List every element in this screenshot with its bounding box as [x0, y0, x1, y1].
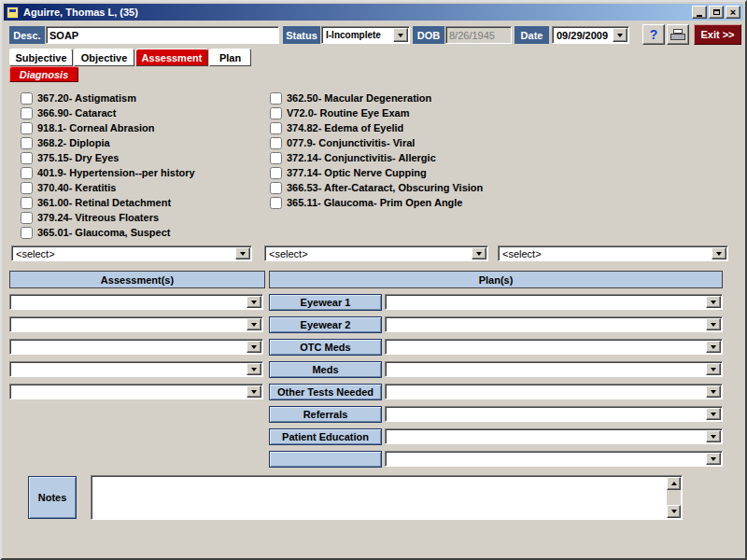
- chevron-down-icon[interactable]: [393, 28, 408, 42]
- notes-scrollbar[interactable]: [667, 477, 681, 518]
- plan-button-otc-meds[interactable]: OTC Meds: [269, 339, 382, 356]
- plan-dropdown-eyewear-2[interactable]: [385, 316, 723, 332]
- plan-button-other-tests[interactable]: Other Tests Needed: [269, 384, 382, 400]
- plan-button-blank[interactable]: [269, 451, 382, 468]
- close-button[interactable]: ×: [726, 6, 740, 19]
- plan-dropdown-patient-education[interactable]: [385, 428, 723, 444]
- chevron-down-icon[interactable]: [247, 318, 261, 330]
- notes-button[interactable]: Notes: [28, 476, 77, 519]
- plan-button-patient-education[interactable]: Patient Education: [269, 428, 382, 445]
- diagnosis-select-3[interactable]: <select>: [498, 245, 728, 261]
- diagnosis-label: 367.20- Astigmatism: [37, 92, 136, 104]
- diagnosis-select-1[interactable]: <select>: [11, 245, 252, 261]
- plan-dropdown-other-tests[interactable]: [385, 384, 723, 399]
- diagnosis-row: 918.1- Corneal Abrasion: [21, 121, 155, 134]
- plan-dropdown-otc-meds[interactable]: [385, 339, 723, 355]
- chevron-down-icon[interactable]: [706, 385, 721, 398]
- diagnosis-select-2[interactable]: <select>: [264, 245, 488, 261]
- chevron-down-icon[interactable]: [706, 408, 721, 420]
- diagnosis-row: 077.9- Conjunctivitis- Viral: [270, 136, 415, 149]
- diagnosis-checkbox[interactable]: [270, 167, 282, 179]
- date-dropdown[interactable]: 09/29/2009: [552, 26, 629, 44]
- assessment-dropdown-3[interactable]: [9, 339, 263, 355]
- app-icon[interactable]: [7, 7, 19, 19]
- plan-button-eyewear-1[interactable]: Eyewear 1: [269, 294, 382, 311]
- date-label: Date: [514, 26, 549, 44]
- assessment-dropdown-4[interactable]: [9, 361, 263, 377]
- diagnosis-label: 362.50- Macular Degeneration: [287, 92, 431, 104]
- plan-button-meds[interactable]: Meds: [269, 361, 382, 378]
- plan-button-eyewear-2[interactable]: Eyewear 2: [269, 316, 382, 333]
- assessment-dropdown-1[interactable]: [9, 294, 263, 310]
- assessment-dropdown-2[interactable]: [9, 316, 263, 332]
- assessment-dropdown-5[interactable]: [9, 384, 263, 399]
- chevron-down-icon[interactable]: [706, 453, 721, 465]
- diagnosis-checkbox[interactable]: [21, 212, 33, 224]
- diagnosis-label: 368.2- Diplopia: [37, 137, 110, 148]
- chevron-down-icon[interactable]: [247, 363, 261, 375]
- diagnosis-checkbox[interactable]: [21, 107, 33, 119]
- plan-button-referrals[interactable]: Referrals: [269, 406, 382, 423]
- desc-input[interactable]: [46, 26, 279, 44]
- diagnosis-checkbox[interactable]: [270, 152, 282, 164]
- diagnosis-checkbox[interactable]: [270, 92, 282, 105]
- chevron-down-icon[interactable]: [235, 247, 250, 259]
- diagnosis-checkbox[interactable]: [21, 152, 33, 164]
- diagnosis-checkbox[interactable]: [21, 197, 33, 209]
- diagnosis-checkbox[interactable]: [21, 182, 33, 194]
- diagnosis-checkbox[interactable]: [270, 107, 282, 119]
- plan-dropdown-meds[interactable]: [385, 361, 723, 377]
- plan-dropdown-blank[interactable]: [385, 451, 723, 467]
- diagnosis-checkbox[interactable]: [21, 167, 33, 179]
- diagnosis-label: 365.01- Glaucoma, Suspect: [37, 227, 170, 238]
- chevron-down-icon[interactable]: [706, 341, 721, 353]
- chevron-down-icon[interactable]: [247, 296, 261, 308]
- diagnosis-label: 366.90- Cataract: [37, 107, 116, 119]
- exit-button[interactable]: Exit >>: [694, 24, 741, 45]
- diagnosis-checkbox[interactable]: [270, 197, 282, 209]
- scroll-down-button[interactable]: [667, 505, 681, 518]
- plan-dropdown-referrals[interactable]: [385, 406, 723, 422]
- plans-header: Plan(s): [269, 271, 723, 288]
- chevron-down-icon[interactable]: [247, 385, 261, 398]
- chevron-down-icon[interactable]: [706, 430, 721, 442]
- chevron-down-icon[interactable]: [706, 296, 721, 308]
- subtab-diagnosis[interactable]: Diagnosis: [9, 66, 78, 82]
- diagnosis-row: 366.53- After-Cataract, Obscuring Vision: [270, 181, 483, 194]
- diagnosis-checkbox[interactable]: [21, 122, 33, 134]
- chevron-down-icon[interactable]: [712, 247, 726, 259]
- scroll-up-button[interactable]: [667, 477, 681, 490]
- title-bar: Aguirre, Thomas L, (35) ×: [4, 4, 743, 21]
- tab-subjective[interactable]: Subjective: [9, 49, 73, 66]
- combo-value: <select>: [265, 248, 471, 259]
- tab-objective[interactable]: Objective: [74, 49, 134, 66]
- chevron-down-icon[interactable]: [706, 363, 721, 375]
- diagnosis-checkbox[interactable]: [21, 92, 33, 105]
- chevron-down-icon[interactable]: [472, 247, 486, 259]
- minimize-button[interactable]: [692, 6, 707, 19]
- maximize-icon: [713, 9, 720, 15]
- plan-dropdown-eyewear-1[interactable]: [385, 294, 723, 310]
- chevron-down-icon[interactable]: [613, 28, 627, 42]
- diagnosis-checkbox[interactable]: [21, 227, 33, 239]
- diagnosis-checkbox[interactable]: [270, 182, 282, 194]
- status-dropdown[interactable]: I-Incomplete: [321, 26, 410, 44]
- tab-assessment[interactable]: Assessment: [135, 49, 208, 66]
- diagnosis-row: 377.14- Optic Nerve Cupping: [270, 166, 427, 179]
- chevron-down-icon[interactable]: [247, 341, 261, 353]
- diagnosis-checkbox[interactable]: [21, 137, 33, 149]
- notes-textarea[interactable]: [91, 475, 683, 520]
- help-button[interactable]: ?: [642, 24, 665, 45]
- arrow-down-icon: [671, 510, 677, 513]
- diagnosis-row: 367.20- Astigmatism: [21, 91, 136, 105]
- chevron-down-icon[interactable]: [706, 318, 721, 330]
- dob-field: 8/26/1945: [445, 26, 512, 44]
- maximize-button[interactable]: [709, 6, 724, 19]
- status-label: Status: [283, 26, 320, 44]
- diagnosis-label: 077.9- Conjunctivitis- Viral: [287, 137, 415, 148]
- diagnosis-checkbox[interactable]: [270, 137, 282, 149]
- diagnosis-checkbox[interactable]: [270, 122, 282, 134]
- combo-value: <select>: [12, 248, 234, 259]
- tab-plan[interactable]: Plan: [209, 49, 251, 66]
- print-button[interactable]: [667, 24, 689, 45]
